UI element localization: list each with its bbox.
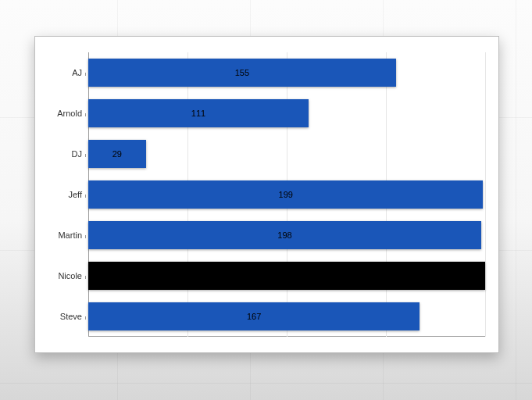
bar-row: DJ29	[88, 134, 485, 174]
bar-row: Arnold111	[88, 93, 485, 134]
y-axis-tick	[85, 276, 86, 279]
y-axis-tick	[85, 73, 86, 76]
bar-row: AJ155	[88, 52, 485, 93]
y-axis-tick	[85, 154, 86, 157]
y-axis-tick	[85, 316, 86, 320]
bar-value-label: 167	[247, 312, 261, 321]
bar-value-label: 155	[235, 68, 249, 77]
chart-frame: AJ155Arnold111DJ29Jeff199Martin198Nicole…	[34, 36, 499, 353]
bar-row: Martin198	[88, 215, 485, 255]
bar-value-label: 199	[279, 190, 293, 199]
bar-value-label: 29	[112, 149, 122, 159]
category-label: Steve	[60, 312, 88, 321]
category-label: Arnold	[57, 109, 88, 118]
bar-value-label: 111	[191, 109, 205, 118]
bar-row: Jeff199	[88, 174, 485, 215]
plot-area: AJ155Arnold111DJ29Jeff199Martin198Nicole…	[88, 52, 485, 337]
category-label: Martin	[58, 230, 88, 240]
bar-value-label: 198	[277, 230, 291, 240]
y-axis-tick	[85, 113, 86, 116]
y-axis-tick	[85, 195, 86, 198]
grid-line	[485, 52, 486, 337]
bar-row: Nicole	[88, 255, 485, 296]
bar-highlight	[88, 262, 485, 290]
y-axis-tick	[85, 235, 86, 238]
category-label: Nicole	[58, 271, 88, 280]
bar-row: Steve167	[88, 296, 485, 337]
